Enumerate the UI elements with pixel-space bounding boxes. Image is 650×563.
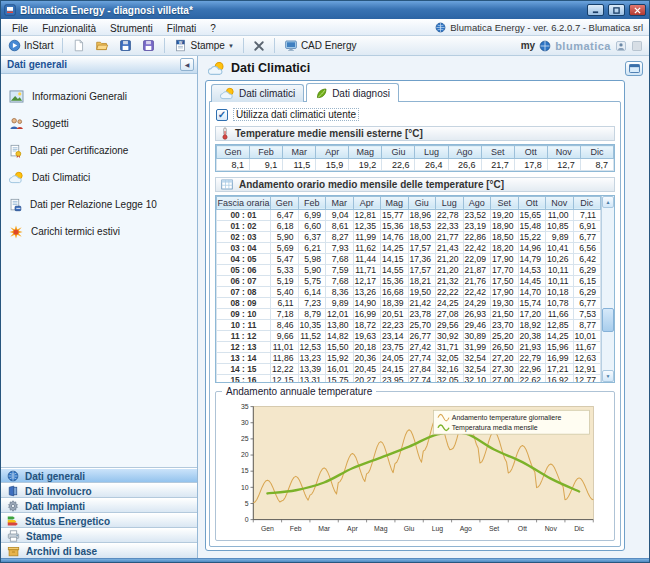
menu-item-funzionalit-[interactable]: Funzionalità <box>35 22 103 35</box>
y-tick-label: 5 <box>245 500 249 507</box>
hourly-value-cell: 10,85 <box>546 220 574 231</box>
hourly-value-cell: 13,31 <box>298 374 326 382</box>
hourly-value-cell: 7,11 <box>573 209 601 220</box>
hourly-value-cell: 15,22 <box>518 231 546 242</box>
monthly-table-wrap: GenFebMarAprMagGiuLugAgoSetOttNovDic8,19… <box>215 144 615 172</box>
sidebar-item-carichi-termici-estivi[interactable]: Carichi termici estivi <box>1 218 197 245</box>
hourly-value-cell: 21,42 <box>408 297 436 308</box>
use-user-climate-data-checkbox[interactable]: ✓ <box>216 109 228 121</box>
tab-dati-climatici[interactable]: Dati climatici <box>211 84 304 102</box>
x-tick-label: Feb <box>290 525 302 532</box>
accordion-item-archivi-di-base[interactable]: Archivi di base <box>1 543 197 558</box>
hourly-value-cell: 18,39 <box>381 297 409 308</box>
table-row: 00 : 016,476,999,0412,8115,7718,9622,782… <box>217 209 601 220</box>
open-folder-icon <box>95 39 109 52</box>
menu-item--[interactable]: ? <box>203 22 223 35</box>
accordion-item-label: Dati Impianti <box>25 501 85 512</box>
sidebar-item-soggetti[interactable]: Soggetti <box>1 110 197 137</box>
month-header: Feb <box>298 196 326 209</box>
sidebar-item-dati-climatici[interactable]: Dati Climatici <box>1 164 197 191</box>
hourly-value-cell: 19,30 <box>491 297 519 308</box>
new-page-icon <box>72 39 85 52</box>
hourly-value-cell: 27,00 <box>491 374 519 382</box>
scrollbar-thumb[interactable] <box>602 308 614 332</box>
hourly-value-cell: 32,54 <box>463 363 491 374</box>
hourly-value-cell: 6,18 <box>271 220 299 231</box>
hourly-value-cell: 10,01 <box>573 330 601 341</box>
hourly-value-cell: 8,79 <box>298 308 326 319</box>
hourly-value-cell: 17,90 <box>491 286 519 297</box>
hourly-value-cell: 22,09 <box>463 253 491 264</box>
sidebar-item-dati-per-relazione-legge-10[interactable]: Dati per Relazione Legge 10 <box>1 191 197 218</box>
collapse-panel-button[interactable] <box>625 61 643 76</box>
sidebar: Dati generali ◀ Informazioni GeneraliSog… <box>1 56 198 558</box>
y-tick-label: 0 <box>245 516 249 523</box>
accordion-item-stampe[interactable]: Stampe <box>1 528 197 543</box>
toolbar: InStart W Stampe <box>1 36 649 56</box>
hourly-value-cell: 12,17 <box>353 275 381 286</box>
hourly-value-cell: 5,90 <box>271 231 299 242</box>
use-user-climate-data-row: ✓ Utilizza dati climatici utente <box>216 108 615 121</box>
sidebar-nav: Informazioni GeneraliSoggettiDati per Ce… <box>1 74 197 468</box>
monthly-value-cell: 15,9 <box>316 159 349 171</box>
save-all-button[interactable] <box>138 38 159 53</box>
tools-button[interactable] <box>249 39 269 53</box>
tab-dati-diagnosi[interactable]: Dati diagnosi <box>306 83 399 102</box>
accordion-item-status-energetico[interactable]: Status Energetico <box>1 513 197 528</box>
hourly-value-cell: 16,99 <box>546 352 574 363</box>
cad-energy-button[interactable]: CAD Energy <box>280 38 361 53</box>
annual-temperature-chart: 05101520253035GenFebMarAprMagGiuLugAgoSe… <box>220 402 610 538</box>
menu-item-filmati[interactable]: Filmati <box>160 22 203 35</box>
save-button[interactable] <box>115 38 136 53</box>
scroll-down-arrow-icon[interactable]: ▼ <box>602 370 614 382</box>
hourly-table-wrap: Fascia orariaGenFebMarAprMagGiuLugAgoSet… <box>216 196 601 382</box>
table-row: 12 : 1311,0112,5315,5020,1823,7527,4231,… <box>217 341 601 352</box>
hourly-value-cell: 18,72 <box>353 319 381 330</box>
hourly-value-cell: 20,51 <box>381 308 409 319</box>
new-button[interactable] <box>68 38 89 53</box>
x-tick-label: Ago <box>460 525 472 533</box>
sidebar-collapse-button[interactable]: ◀ <box>180 58 194 71</box>
hourly-value-cell: 17,36 <box>408 253 436 264</box>
menu-item-file[interactable]: File <box>5 22 35 35</box>
hourly-value-cell: 9,89 <box>326 297 354 308</box>
open-button[interactable] <box>91 38 113 53</box>
tools-icon <box>253 40 265 52</box>
hourly-value-cell: 6,21 <box>298 242 326 253</box>
accordion-item-dati-generali[interactable]: Dati generali <box>1 468 197 483</box>
hourly-value-cell: 6,11 <box>271 297 299 308</box>
hourly-scrollbar[interactable]: ▲ ▼ <box>601 196 614 382</box>
minimize-button[interactable] <box>587 4 604 16</box>
monthly-value-cell: 11,5 <box>283 159 316 171</box>
scroll-up-arrow-icon[interactable]: ▲ <box>602 196 614 208</box>
table-grid-icon <box>221 179 233 190</box>
accordion-item-label: Archivi di base <box>26 546 97 557</box>
accordion-item-label: Dati Involucro <box>25 486 92 497</box>
sidebar-item-label: Carichi termici estivi <box>31 226 120 237</box>
hourly-value-cell: 14,79 <box>518 253 546 264</box>
close-button[interactable] <box>629 4 646 16</box>
accordion-item-dati-involucro[interactable]: Dati Involucro <box>1 483 197 498</box>
month-header: Ott <box>518 196 546 209</box>
hourly-value-cell: 21,93 <box>518 341 546 352</box>
stampe-button[interactable]: W Stampe ▼ <box>170 38 237 53</box>
time-band-cell: 12 : 13 <box>217 341 271 352</box>
hourly-value-cell: 21,77 <box>436 231 464 242</box>
instart-button[interactable]: InStart <box>4 38 57 53</box>
month-header: Mar <box>283 146 316 159</box>
hourly-value-cell: 10,11 <box>546 275 574 286</box>
x-tick-label: Mar <box>318 525 331 532</box>
x-tick-label: Apr <box>347 525 358 533</box>
x-tick-label: Nov <box>545 525 558 532</box>
hourly-value-cell: 12,53 <box>298 341 326 352</box>
panel-toggle-icon[interactable] <box>631 40 643 52</box>
toolbar-separator <box>164 38 165 53</box>
hourly-value-cell: 27,20 <box>491 352 519 363</box>
time-band-cell: 08 : 09 <box>217 297 271 308</box>
sidebar-item-informazioni-generali[interactable]: Informazioni Generali <box>1 83 197 110</box>
menu-item-strumenti[interactable]: Strumenti <box>103 22 160 35</box>
accordion-item-dati-impianti[interactable]: Dati Impianti <box>1 498 197 513</box>
maximize-button[interactable] <box>608 4 625 16</box>
sidebar-item-dati-per-certificazione[interactable]: Dati per Certificazione <box>1 137 197 164</box>
account-icon[interactable] <box>615 40 627 52</box>
